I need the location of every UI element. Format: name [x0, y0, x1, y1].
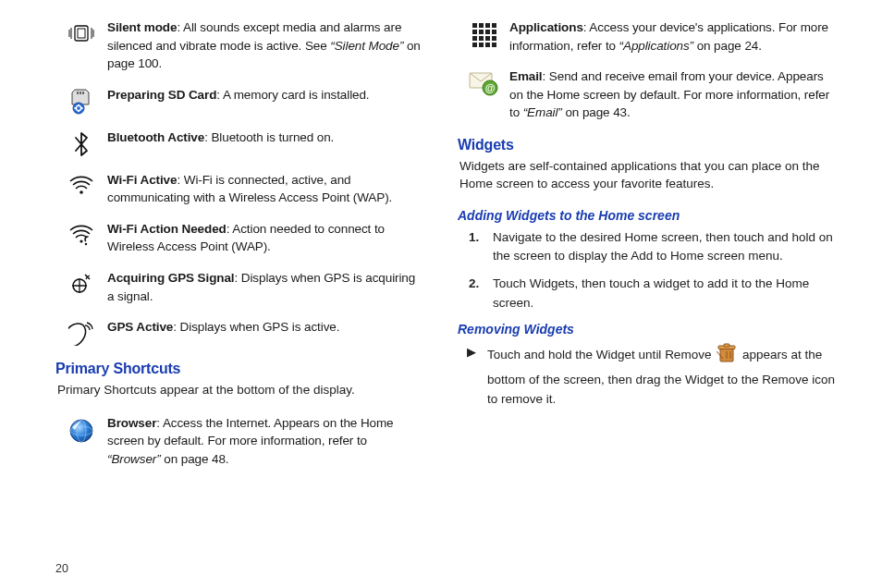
wifi-icon: [55, 171, 107, 197]
svg-rect-31: [479, 43, 484, 47]
removing-bold2: Remove: [762, 373, 808, 386]
svg-rect-21: [492, 23, 496, 28]
term: Silent mode: [107, 20, 177, 34]
email-icon: @: [458, 67, 509, 97]
svg-point-13: [85, 243, 87, 245]
primary-shortcuts-heading: Primary Shortcuts: [55, 361, 421, 377]
trash-icon: [717, 342, 737, 371]
reference-page: on page 48.: [161, 452, 229, 466]
definition: : Bluetooth is turned on.: [204, 130, 334, 144]
gps-acquiring-icon: [55, 269, 107, 297]
entry-wifi-action: Wi-Fi Action Needed: Action needed to co…: [55, 220, 421, 256]
browser-icon: [55, 414, 107, 446]
removing-pre: Touch and hold the Widget until: [487, 348, 665, 361]
definition: : Displays when GPS is active.: [173, 320, 339, 334]
term: Wi-Fi Action Needed: [107, 222, 227, 236]
adding-widgets-steps: Navigate to the desired Home screen, the…: [458, 228, 838, 312]
svg-rect-22: [472, 30, 477, 34]
svg-rect-27: [479, 36, 484, 41]
svg-rect-25: [492, 30, 496, 34]
svg-rect-2: [77, 92, 79, 94]
svg-point-12: [80, 239, 82, 242]
sd-card-icon: [55, 86, 107, 116]
term: Email: [509, 69, 543, 83]
entry-text: Wi-Fi Action Needed: Action needed to co…: [107, 220, 421, 256]
term: Applications: [509, 20, 583, 34]
entry-bluetooth: Bluetooth Active: Bluetooth is turned on…: [55, 129, 421, 158]
applications-icon: [458, 18, 509, 48]
svg-rect-24: [485, 30, 490, 34]
term: Preparing SD Card: [107, 88, 216, 102]
removing-bold1: Remove: [665, 348, 711, 361]
entry-text: Silent mode: All sounds except media and…: [107, 18, 421, 73]
step-text-tail: menu.: [744, 249, 782, 263]
step-bold: Widgets: [530, 276, 575, 290]
right-column: Applications: Access your device's appli…: [447, 18, 838, 579]
svg-rect-19: [479, 23, 484, 28]
step-bold: Add to Home screen: [631, 249, 744, 263]
term: Wi-Fi Active: [107, 173, 177, 187]
svg-rect-23: [479, 30, 484, 34]
left-column: Silent mode: All sounds except media and…: [55, 18, 447, 579]
svg-rect-39: [724, 344, 729, 347]
svg-rect-0: [75, 26, 88, 41]
entry-silent-mode: Silent mode: All sounds except media and…: [55, 18, 421, 73]
gps-active-icon: [55, 318, 107, 346]
reference: “Email”: [523, 105, 562, 119]
entry-text: Acquiring GPS Signal: Displays when GPS …: [107, 269, 421, 305]
term: Acquiring GPS Signal: [107, 271, 235, 285]
entry-email: @ Email: Send and receive email from you…: [458, 67, 838, 122]
wifi-action-icon: [55, 220, 107, 248]
entry-text: Preparing SD Card: A memory card is inst…: [107, 86, 421, 104]
svg-rect-32: [485, 43, 490, 47]
svg-rect-8: [78, 110, 80, 112]
reference: “Browser”: [107, 452, 161, 466]
reference-page: on page 43.: [562, 105, 631, 119]
svg-rect-3: [80, 92, 81, 94]
svg-rect-20: [485, 23, 490, 28]
step-1: Navigate to the desired Home screen, the…: [482, 228, 838, 266]
svg-rect-28: [485, 36, 490, 41]
svg-rect-18: [472, 23, 477, 28]
bullet-arrow-icon: ▶: [467, 342, 487, 410]
silent-mode-icon: [55, 18, 107, 46]
entry-gps-active: GPS Active: Displays when GPS is active.: [55, 318, 421, 346]
svg-point-15: [70, 420, 92, 442]
entry-text: Bluetooth Active: Bluetooth is turned on…: [107, 129, 421, 147]
entry-text: Applications: Access your device's appli…: [509, 18, 838, 55]
svg-rect-10: [81, 107, 83, 109]
definition: : A memory card is installed.: [216, 88, 369, 102]
svg-point-11: [80, 190, 83, 194]
svg-rect-4: [82, 92, 84, 94]
svg-rect-7: [78, 104, 80, 106]
removing-widgets-text: Touch and hold the Widget until Remove a…: [487, 342, 838, 410]
bluetooth-icon: [55, 129, 107, 158]
svg-rect-26: [472, 36, 477, 41]
entry-text: GPS Active: Displays when GPS is active.: [107, 318, 421, 337]
entry-sd-card: Preparing SD Card: A memory card is inst…: [55, 86, 421, 116]
svg-rect-1: [78, 29, 85, 38]
reference: “Silent Mode”: [330, 39, 403, 53]
svg-rect-29: [492, 36, 496, 41]
widgets-intro: Widgets are self-contained applications …: [459, 157, 838, 193]
step-2: Touch Widgets, then touch a widget to ad…: [482, 275, 838, 312]
widgets-heading: Widgets: [458, 137, 838, 153]
svg-rect-9: [75, 107, 77, 109]
entry-browser: Browser: Access the Internet. Appears on…: [55, 414, 421, 469]
entry-text: Wi-Fi Active: Wi-Fi is connected, active…: [107, 171, 421, 207]
entry-wifi-active: Wi-Fi Active: Wi-Fi is connected, active…: [55, 171, 421, 207]
term: Bluetooth Active: [107, 130, 204, 144]
svg-rect-30: [472, 43, 477, 47]
removing-widgets-bullet: ▶ Touch and hold the Widget until Remove…: [458, 342, 838, 410]
removing-widgets-heading: Removing Widgets: [458, 322, 838, 337]
svg-text:@: @: [485, 82, 496, 93]
entry-applications: Applications: Access your device's appli…: [458, 18, 838, 55]
page-number: 20: [55, 562, 68, 575]
reference-page: on page 24.: [693, 39, 762, 53]
step-text: Touch: [493, 276, 530, 290]
term: GPS Active: [107, 320, 173, 334]
entry-gps-acquiring: Acquiring GPS Signal: Displays when GPS …: [55, 269, 421, 305]
adding-widgets-heading: Adding Widgets to the Home screen: [458, 208, 838, 223]
primary-shortcuts-intro: Primary Shortcuts appear at the bottom o…: [57, 381, 421, 399]
entry-text: Email: Send and receive email from your …: [509, 67, 838, 122]
